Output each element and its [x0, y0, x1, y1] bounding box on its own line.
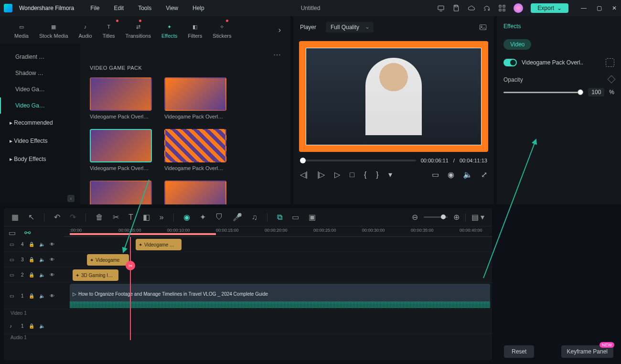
menu-tools[interactable]: Tools	[138, 5, 151, 11]
volume-icon[interactable]: 🔈	[463, 170, 472, 179]
more-icon[interactable]: ⋯	[273, 50, 281, 59]
stop-icon[interactable]: □	[350, 171, 354, 179]
keyframe-diamond-icon[interactable]	[608, 75, 616, 84]
ratio-icon[interactable]: ▾	[388, 170, 392, 179]
effect-toggle[interactable]	[503, 59, 517, 66]
apps-icon[interactable]	[498, 4, 506, 12]
display-icon[interactable]: ▭	[432, 170, 439, 179]
minimize-button[interactable]: —	[581, 5, 587, 11]
gallery-thumb[interactable]: Videogame Pack Overl…	[90, 77, 152, 119]
play-icon[interactable]: ▷	[334, 170, 340, 179]
undo-icon[interactable]: ↶	[54, 213, 60, 222]
brace-close-icon[interactable]: }	[376, 171, 378, 179]
marker-icon[interactable]: ▭	[292, 213, 299, 222]
zoom-slider[interactable]	[424, 216, 448, 218]
eye-icon[interactable]: 👁	[50, 272, 54, 278]
playhead[interactable]: ✂	[130, 237, 131, 340]
brace-open-icon[interactable]: {	[364, 171, 366, 179]
sparkle-icon[interactable]: ✦	[200, 213, 206, 222]
layout-icon[interactable]: ▦	[11, 213, 19, 222]
cloud-icon[interactable]	[468, 4, 475, 12]
tab-transitions[interactable]: ⇄Transitions	[126, 21, 151, 39]
maximize-button[interactable]: ▢	[596, 5, 602, 11]
lock-icon[interactable]: 🔒	[29, 257, 34, 262]
snapshot-icon[interactable]	[479, 23, 487, 32]
gallery-thumb-selected[interactable]: Videogame Pack Overl…	[90, 129, 152, 171]
menu-help[interactable]: Help	[193, 5, 204, 11]
clip-fx3[interactable]: ✦ Videogame	[87, 254, 129, 266]
mute-icon[interactable]: 🔈	[39, 323, 45, 329]
more-tools-icon[interactable]: »	[160, 213, 164, 222]
opacity-value[interactable]: 100	[588, 88, 604, 96]
menu-file[interactable]: File	[90, 5, 99, 11]
zoom-out-icon[interactable]: ⊖	[412, 213, 418, 222]
preview-viewport[interactable]	[299, 41, 488, 152]
tab-filters[interactable]: ◧Filters	[188, 21, 202, 39]
tabs-more-icon[interactable]: ›	[278, 26, 281, 34]
shield-icon[interactable]: ⛉	[215, 213, 223, 222]
menu-edit[interactable]: Edit	[114, 5, 124, 11]
sidebar-group-video-effects[interactable]: ▸ Video Effects	[0, 132, 80, 150]
delete-icon[interactable]: 🗑	[96, 213, 103, 222]
lock-icon[interactable]: 🔒	[29, 272, 34, 278]
time-ruler[interactable]: :00:00 00:00:05:00 00:00:10:00 00:00:15:…	[64, 226, 492, 237]
sidebar-item-videogame-a[interactable]: Video Ga…	[0, 81, 80, 97]
redo-icon[interactable]: ↷	[70, 213, 76, 222]
mic-icon[interactable]: 🎤	[233, 213, 242, 222]
tab-stickers[interactable]: ✧Stickers	[213, 21, 231, 39]
select-icon[interactable]: ↖	[28, 213, 34, 222]
mute-icon[interactable]: 🔈	[39, 242, 45, 247]
crop-icon[interactable]: ◧	[143, 213, 150, 222]
prev-frame-icon[interactable]: ◁|	[300, 170, 308, 179]
prop-tab-effects[interactable]: Effects	[503, 23, 521, 30]
link-icon[interactable]: ⚯	[24, 228, 31, 237]
track-layout-icon[interactable]: ▭	[9, 228, 16, 237]
quality-select[interactable]: Full Quality	[326, 22, 374, 32]
clip-fx2[interactable]: ✦ 3D Gaming I…	[73, 269, 118, 281]
lock-icon[interactable]: 🔒	[29, 242, 34, 247]
sidebar-item-shadow[interactable]: Shadow …	[0, 65, 80, 81]
tab-media[interactable]: ▭Media	[14, 21, 29, 39]
mute-icon[interactable]: 🔈	[39, 293, 45, 299]
reset-button[interactable]: Reset	[504, 347, 534, 355]
lock-icon[interactable]: 🔒	[29, 323, 34, 329]
sidebar-item-gradient[interactable]: Gradient …	[0, 49, 80, 65]
eye-icon[interactable]: 👁	[50, 293, 54, 299]
eye-icon[interactable]: 👁	[50, 242, 54, 247]
zoom-in-icon[interactable]: ⊕	[453, 213, 460, 222]
text-icon[interactable]: T	[128, 213, 133, 222]
eye-icon[interactable]: 👁	[50, 257, 54, 262]
clip-fx4[interactable]: ✦ Videogame …	[136, 239, 182, 250]
effect-settings-icon[interactable]	[606, 58, 614, 67]
fullscreen-icon[interactable]: ⤢	[481, 170, 487, 179]
lock-icon[interactable]: 🔒	[29, 293, 34, 299]
export-button[interactable]: Export⌄	[531, 3, 568, 13]
tab-audio[interactable]: ♪Audio	[79, 21, 92, 39]
prop-pill-video[interactable]: Video	[503, 39, 531, 50]
mute-icon[interactable]: 🔈	[39, 257, 45, 262]
cut-icon[interactable]: ✂	[113, 213, 119, 222]
sidebar-group-body-effects[interactable]: ▸ Body Effects	[0, 150, 80, 168]
next-frame-icon[interactable]: |▷	[317, 170, 325, 179]
camera-icon[interactable]: ◉	[448, 170, 454, 179]
keyframe-panel-button[interactable]: Keyframe Panel NEW	[561, 347, 613, 355]
headphones-icon[interactable]	[483, 4, 491, 12]
sidebar-item-videogame-b[interactable]: Video Ga…	[0, 97, 80, 114]
view-menu-icon[interactable]: ▤ ▾	[471, 213, 484, 222]
sidebar-group-recommended[interactable]: ▸ Recommended	[0, 114, 80, 132]
ai-icon[interactable]: ◉	[183, 213, 190, 222]
tab-effects[interactable]: ✦Effects	[161, 21, 177, 39]
magnet-icon[interactable]: ⧉	[277, 213, 282, 222]
device-icon[interactable]	[437, 4, 445, 12]
playhead-scissors-icon[interactable]: ✂	[126, 261, 135, 270]
opacity-slider[interactable]	[503, 92, 583, 93]
clip-video1[interactable]: ▷ How to Organize Footage and Manage Tim…	[70, 284, 490, 304]
gallery-thumb[interactable]: Videogame Pack Overl…	[164, 77, 226, 119]
close-button[interactable]: ✕	[611, 5, 617, 11]
gallery-thumb[interactable]	[90, 181, 152, 204]
gallery-thumb[interactable]	[164, 181, 226, 204]
save-icon[interactable]	[452, 4, 460, 12]
gallery-thumb[interactable]: Videogame Pack Overl…	[164, 129, 226, 171]
avatar[interactable]	[514, 3, 523, 13]
tab-titles[interactable]: TTitles	[103, 21, 115, 39]
